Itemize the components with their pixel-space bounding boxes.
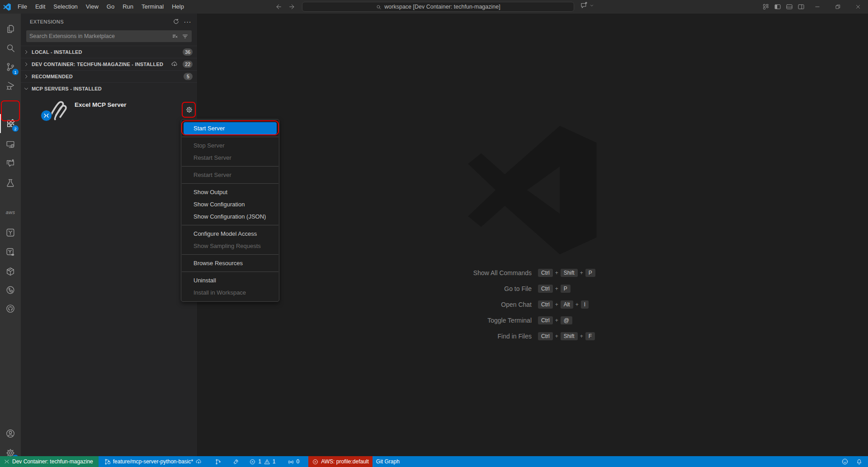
- section-mcp-servers-installed[interactable]: MCP SERVERS - INSTALLED: [21, 82, 197, 95]
- toggle-panel-icon[interactable]: [783, 0, 795, 14]
- menu-separator: [182, 166, 278, 167]
- menu-item-browse-resources[interactable]: Browse Resources: [184, 257, 277, 269]
- menu-separator: [182, 183, 278, 184]
- notifications-bell-icon[interactable]: [852, 456, 868, 467]
- mcp-server-context-menu: Start Server Stop Server Restart Server …: [181, 119, 279, 302]
- git-graph-label-item[interactable]: Git Graph: [373, 456, 403, 467]
- key-chip: F: [585, 332, 595, 340]
- explorer-icon[interactable]: [0, 19, 21, 38]
- key-chip: P: [585, 269, 595, 277]
- extension-manage-gear-icon[interactable]: [183, 104, 195, 115]
- menu-item-show-configuration[interactable]: Show Configuration: [184, 198, 277, 210]
- aws-profile-item[interactable]: AWS: profile:default: [308, 456, 373, 467]
- problems-item[interactable]: 1 1: [245, 456, 279, 467]
- menu-go[interactable]: Go: [103, 2, 118, 12]
- chat-icon[interactable]: [0, 154, 21, 173]
- key-chip: P: [561, 285, 571, 293]
- refresh-icon[interactable]: [170, 16, 182, 28]
- menu-item-restart-server-2: Restart Server: [184, 169, 277, 181]
- menu-file[interactable]: File: [14, 2, 31, 12]
- source-control-icon[interactable]: 1: [0, 57, 21, 76]
- customize-layout-icon[interactable]: [760, 0, 772, 14]
- extensions-sidebar: EXTENSIONS ··· LOCAL - INSTALLED 36: [21, 14, 198, 456]
- filter-icon[interactable]: [182, 33, 189, 40]
- minimize-button[interactable]: [807, 0, 827, 14]
- extensions-icon[interactable]: 2: [0, 114, 21, 133]
- menu-terminal[interactable]: Terminal: [137, 2, 168, 12]
- key-chip: Alt: [561, 300, 573, 309]
- copilot-chat-icon[interactable]: [580, 1, 588, 10]
- key-chip: @: [561, 316, 572, 324]
- command-center-search[interactable]: workspace [Dev Container: techfun-magazi…: [302, 2, 574, 12]
- accounts-icon[interactable]: [0, 424, 21, 443]
- back-icon[interactable]: [275, 3, 282, 10]
- clear-search-icon[interactable]: [172, 33, 179, 40]
- menu-edit[interactable]: Edit: [31, 2, 49, 12]
- chevron-down-icon[interactable]: [589, 3, 594, 8]
- menu-view[interactable]: View: [82, 2, 103, 12]
- title-bar: File Edit Selection View Go Run Terminal…: [0, 0, 868, 14]
- github-icon[interactable]: [0, 299, 21, 318]
- section-local-installed[interactable]: LOCAL - INSTALLED 36: [21, 46, 197, 58]
- error-icon: [312, 458, 319, 465]
- menu-item-configure-model-access[interactable]: Configure Model Access: [184, 228, 277, 240]
- git-graph-icon-item[interactable]: [211, 456, 225, 467]
- chevron-right-icon: [23, 73, 30, 80]
- menu-help[interactable]: Help: [168, 2, 188, 12]
- menu-item-uninstall[interactable]: Uninstall: [184, 274, 277, 286]
- toggle-primary-sidebar-icon[interactable]: [772, 0, 783, 14]
- menu-item-start-server[interactable]: Start Server: [184, 122, 277, 134]
- restore-button[interactable]: [827, 0, 848, 14]
- extensions-search-input[interactable]: [29, 33, 172, 39]
- section-devcontainer-installed[interactable]: DEV CONTAINER: TECHFUN-MAGAZINE - INSTAL…: [21, 58, 197, 70]
- close-button[interactable]: [848, 0, 868, 14]
- section-badge: 5: [184, 73, 193, 80]
- shortcut-row: Find in Files Ctrl+ Shift+ F: [433, 328, 686, 344]
- container-tools-icon[interactable]: [0, 262, 21, 281]
- remote-indicator[interactable]: Dev Container: techfun-magazine: [0, 456, 99, 467]
- ports-item[interactable]: 0: [284, 456, 303, 467]
- git-graph-view-icon[interactable]: [0, 281, 21, 300]
- menu-item-show-configuration-json[interactable]: Show Configuration (JSON): [184, 210, 277, 223]
- feedback-smiley-icon[interactable]: [838, 456, 852, 467]
- extensions-search-box[interactable]: [26, 30, 192, 42]
- shortcut-row: Open Chat Ctrl+ Alt+ I: [433, 296, 686, 312]
- rocket-item[interactable]: [229, 456, 243, 467]
- vscode-logo-icon: [0, 3, 14, 11]
- shortcut-row: Show All Commands Ctrl+ Shift+ P: [433, 265, 686, 281]
- more-actions-icon[interactable]: ···: [182, 16, 193, 28]
- remote-explorer-icon[interactable]: [0, 135, 21, 154]
- source-control-badge: 1: [12, 68, 19, 76]
- menu-selection[interactable]: Selection: [49, 2, 81, 12]
- menu-separator: [182, 272, 278, 272]
- menu-separator: [182, 137, 278, 137]
- cloud-download-icon[interactable]: [171, 61, 178, 68]
- watermark-shortcuts: Show All Commands Ctrl+ Shift+ P Go to F…: [433, 265, 686, 344]
- menu-item-stop-server: Stop Server: [184, 139, 277, 152]
- chevron-right-icon: [23, 61, 30, 68]
- aws-icon[interactable]: aws: [0, 203, 21, 222]
- menu-separator: [182, 254, 278, 255]
- vscode-window: File Edit Selection View Go Run Terminal…: [0, 0, 868, 467]
- forward-icon[interactable]: [288, 3, 296, 10]
- toggle-secondary-sidebar-icon[interactable]: [795, 0, 807, 14]
- menu-item-show-sampling-requests: Show Sampling Requests: [184, 240, 277, 252]
- run-debug-icon[interactable]: [0, 76, 21, 95]
- warning-icon: [264, 458, 270, 465]
- vscode-watermark-logo: [466, 124, 599, 256]
- search-icon[interactable]: [0, 38, 21, 57]
- terraform-icon[interactable]: [0, 223, 21, 242]
- menu-run[interactable]: Run: [118, 2, 137, 12]
- excel-mcp-server-item[interactable]: Excel MCP Server: [21, 95, 197, 124]
- extension-name: Excel MCP Server: [75, 101, 127, 108]
- test-beaker-icon[interactable]: [0, 173, 21, 192]
- workspace-title: workspace [Dev Container: techfun-magazi…: [384, 4, 500, 10]
- menu-item-show-output[interactable]: Show Output: [184, 186, 277, 198]
- sidebar-title: EXTENSIONS: [30, 19, 170, 24]
- shortcut-row: Toggle Terminal Ctrl+ @: [433, 312, 686, 328]
- branch-lock-icon: [104, 458, 111, 465]
- git-branch-item[interactable]: feature/mcp-server-python-basic*: [100, 456, 206, 467]
- key-chip: Shift: [561, 332, 578, 340]
- section-recommended[interactable]: RECOMMENDED 5: [21, 70, 197, 82]
- terraform-cloud-icon[interactable]: [0, 243, 21, 262]
